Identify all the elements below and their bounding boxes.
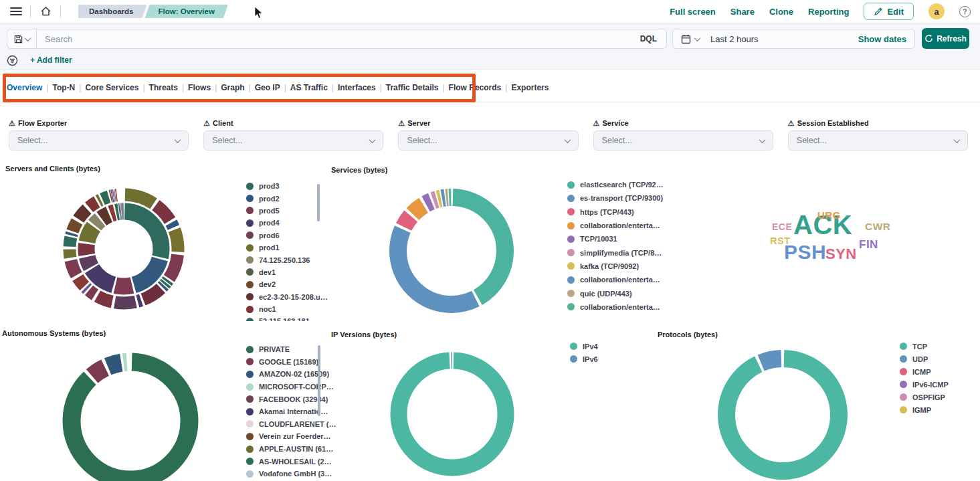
legend-item-prod6[interactable]: prod6: [246, 229, 328, 242]
servers-clients-sunburst[interactable]: [60, 185, 187, 315]
legend-item-ec2-3-20-15-208-u[interactable]: ec2-3-20-15-208.u…: [246, 291, 328, 303]
legend-item-collaboration-enterta[interactable]: collaboration/enterta…: [567, 300, 664, 314]
refresh-button[interactable]: Refresh: [922, 28, 969, 49]
legend-item-dev1[interactable]: dev1: [246, 266, 328, 278]
donut-slice[interactable]: [72, 362, 189, 480]
legend-item-simplifymedia-tcp-8[interactable]: simplifymedia (TCP/8…: [567, 246, 664, 259]
help-icon[interactable]: ?: [959, 6, 971, 17]
protocols-donut[interactable]: [716, 348, 850, 481]
services-donut[interactable]: [385, 184, 518, 320]
full-screen-link[interactable]: Full screen: [670, 7, 716, 17]
tag-syn[interactable]: SYN: [825, 247, 857, 262]
legend-item-52-115-163-181[interactable]: 52.115.163.181: [246, 315, 328, 321]
tag-urg[interactable]: URG: [817, 210, 841, 220]
edit-button[interactable]: Edit: [864, 3, 914, 20]
legend-item-tcp[interactable]: TCP: [900, 340, 949, 353]
tab-threats[interactable]: Threats: [149, 83, 178, 92]
tab-overview[interactable]: Overview: [7, 83, 42, 92]
reporting-link[interactable]: Reporting: [808, 7, 849, 17]
avatar[interactable]: a: [928, 3, 945, 19]
tab-geo-ip[interactable]: Geo IP: [255, 83, 280, 92]
legend-item-udp[interactable]: UDP: [900, 353, 949, 365]
legend-item-tcp-10031[interactable]: TCP/10031: [567, 232, 664, 246]
tab-graph[interactable]: Graph: [221, 83, 244, 92]
search-input[interactable]: [37, 34, 631, 44]
tab-flows[interactable]: Flows: [188, 83, 211, 92]
legend-scrollbar[interactable]: [317, 184, 320, 221]
tab-core-services[interactable]: Core Services: [85, 83, 138, 92]
donut-slice[interactable]: [726, 359, 839, 471]
legend-item-collaboration-enterta[interactable]: collaboration/enterta…: [567, 219, 664, 232]
legend-item-cloudflarenet[interactable]: CLOUDFLARENET (…: [246, 418, 336, 431]
home-icon[interactable]: [39, 5, 52, 18]
query-language-button[interactable]: DQL: [631, 34, 666, 43]
legend-scrollbar[interactable]: [318, 345, 320, 416]
calendar-button[interactable]: [673, 34, 706, 44]
tag-cwr[interactable]: CWR: [865, 221, 891, 232]
legend-item-amazon-02-16509[interactable]: AMAZON-02 (16509): [246, 368, 336, 381]
legend-item-kafka-tcp-9092[interactable]: kafka (TCP/9092): [567, 260, 664, 273]
select-placeholder: Select...: [212, 136, 242, 145]
breadcrumb-dashboards[interactable]: Dashboards: [78, 5, 146, 18]
legend-item-facebook-32934[interactable]: FACEBOOK (32934): [246, 393, 336, 405]
autonomous-systems-donut[interactable]: [60, 350, 201, 481]
saved-query-button[interactable]: [7, 29, 37, 48]
legend-item-ipv6[interactable]: IPv6: [570, 353, 598, 365]
filter-label: Service: [602, 119, 628, 127]
menu-icon[interactable]: [10, 7, 22, 16]
legend-item-private[interactable]: PRIVATE: [246, 343, 336, 356]
legend-item-as-wholesail-2[interactable]: AS-WHOLESAIL (2…: [246, 455, 336, 468]
legend-item-prod2[interactable]: prod2: [246, 192, 328, 204]
tab-traffic-details[interactable]: Traffic Details: [386, 83, 439, 92]
tab-top-n[interactable]: Top-N: [53, 83, 76, 92]
clone-link[interactable]: Clone: [769, 7, 793, 17]
legend-item-apple-austin-61[interactable]: APPLE-AUSTIN (61…: [246, 443, 336, 456]
select-service[interactable]: Select...: [593, 130, 773, 151]
legend-item-prod3[interactable]: prod3: [246, 180, 328, 192]
legend-item-dev2[interactable]: dev2: [246, 278, 328, 290]
legend-item-74-125-250-136[interactable]: 74.125.250.136: [246, 254, 328, 266]
legend-item-elasticsearch-tcp-92[interactable]: elasticsearch (TCP/92…: [567, 178, 664, 191]
ip-versions-donut[interactable]: [385, 347, 519, 481]
legend-color-dot: [246, 346, 254, 353]
legend-item-noc1[interactable]: noc1: [246, 303, 328, 315]
share-link[interactable]: Share: [730, 7, 755, 17]
add-filter-link[interactable]: + Add filter: [30, 56, 72, 65]
legend-item-https-tcp-443[interactable]: https (TCP/443): [567, 205, 664, 219]
select-server[interactable]: Select...: [398, 130, 578, 151]
legend-item-collaboration-enterta[interactable]: collaboration/enterta…: [567, 273, 664, 286]
legend-item-google-15169[interactable]: GOOGLE (15169): [246, 356, 336, 369]
legend-item-ospfigp[interactable]: OSPFIGP: [900, 391, 949, 403]
legend-item-es-transport-tcp-9300[interactable]: es-transport (TCP/9300): [567, 191, 664, 205]
legend-label: quic (UDP/443): [580, 290, 632, 298]
legend-item-quic-udp-443[interactable]: quic (UDP/443): [567, 286, 664, 300]
legend-item-ipv4[interactable]: IPv4: [570, 340, 598, 353]
legend-item-vodafone-gmbh-3[interactable]: Vodafone GmbH (3…: [246, 468, 336, 480]
donut-slice[interactable]: [399, 361, 506, 468]
legend-item-ipv6-icmp[interactable]: IPv6-ICMP: [900, 378, 949, 391]
tag-fin[interactable]: FIN: [859, 239, 878, 250]
filter-icon[interactable]: [7, 55, 18, 66]
legend-color-dot: [567, 181, 575, 189]
tab-flow-records[interactable]: Flow Records: [449, 83, 502, 92]
legend-item-verein-zur-foerder[interactable]: Verein zur Foerder…: [246, 430, 336, 443]
legend-item-akamai-internatio[interactable]: Akamai Internatio…: [246, 405, 336, 418]
legend-item-prod5[interactable]: prod5: [246, 205, 328, 217]
legend-item-icmp[interactable]: ICMP: [900, 365, 949, 378]
legend-item-prod1[interactable]: prod1: [246, 242, 328, 254]
select-client[interactable]: Select...: [203, 130, 383, 151]
show-dates-link[interactable]: Show dates: [858, 34, 914, 44]
tab-as-traffic[interactable]: AS Traffic: [290, 83, 328, 92]
tab-exporters[interactable]: Exporters: [511, 83, 549, 92]
legend-item-prod4[interactable]: prod4: [246, 217, 328, 229]
select-session-established[interactable]: Select...: [788, 130, 968, 151]
chart-title-ip-versions: IP Versions (bytes): [331, 330, 397, 339]
tag-rst[interactable]: RST: [770, 236, 791, 246]
time-range-label[interactable]: Last 2 hours: [710, 34, 759, 44]
select-flow-exporter[interactable]: Select...: [9, 130, 189, 151]
tag-ece[interactable]: ECE: [772, 222, 792, 231]
breadcrumb-flow-overview[interactable]: Flow: Overview: [144, 5, 227, 18]
tab-interfaces[interactable]: Interfaces: [338, 83, 376, 92]
legend-item-microsoft-corp[interactable]: MICROSOFT-CORP…: [246, 381, 336, 393]
legend-item-igmp[interactable]: IGMP: [900, 403, 949, 416]
